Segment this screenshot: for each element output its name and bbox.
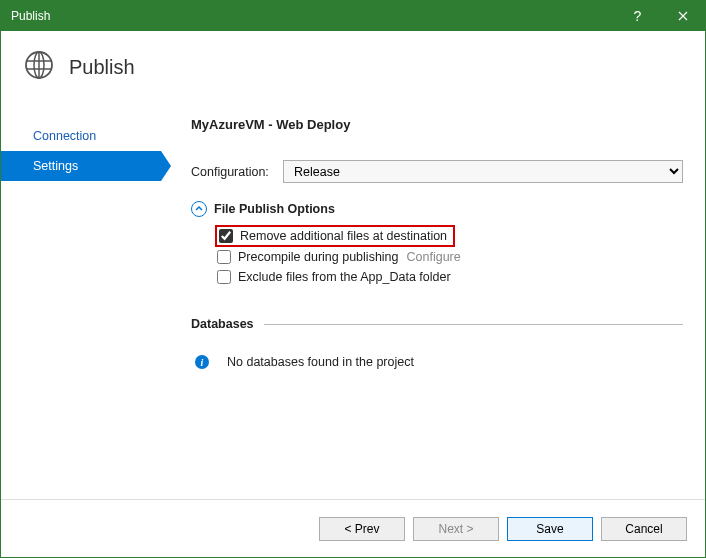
info-icon: i <box>195 355 209 369</box>
publish-dialog: Publish ? Publish Connection Settings <box>0 0 706 558</box>
sidebar-item-settings[interactable]: Settings <box>1 151 161 181</box>
save-button[interactable]: Save <box>507 517 593 541</box>
titlebar[interactable]: Publish ? <box>1 1 705 31</box>
checkbox-remove-additional[interactable] <box>219 229 233 243</box>
file-publish-options: Remove additional files at destination P… <box>191 225 683 287</box>
dialog-header: Publish <box>1 31 705 99</box>
page-title: MyAzureVM - Web Deploy <box>191 117 683 132</box>
option-precompile[interactable]: Precompile during publishing Configure <box>215 247 683 267</box>
configuration-label: Configuration: <box>191 165 283 179</box>
chevron-up-icon <box>195 205 203 213</box>
sidebar: Connection Settings <box>1 99 161 497</box>
option-label: Remove additional files at destination <box>240 229 447 243</box>
file-publish-options-header: File Publish Options <box>191 201 683 217</box>
prev-button[interactable]: < Prev <box>319 517 405 541</box>
help-button[interactable]: ? <box>615 1 660 31</box>
databases-header: Databases <box>191 317 683 331</box>
cancel-button[interactable]: Cancel <box>601 517 687 541</box>
configure-link[interactable]: Configure <box>407 250 461 264</box>
databases-message-row: i No databases found in the project <box>191 355 683 369</box>
publish-icon <box>23 49 55 85</box>
configuration-row: Configuration: Release <box>191 160 683 183</box>
option-label: Exclude files from the App_Data folder <box>238 270 451 284</box>
window-title: Publish <box>11 9 50 23</box>
option-remove-additional[interactable]: Remove additional files at destination <box>215 225 455 247</box>
sidebar-item-label: Settings <box>33 159 78 173</box>
checkbox-exclude-appdata[interactable] <box>217 270 231 284</box>
configuration-select[interactable]: Release <box>283 160 683 183</box>
sidebar-item-label: Connection <box>33 129 96 143</box>
close-icon <box>678 11 688 21</box>
databases-label: Databases <box>191 317 254 331</box>
databases-message: No databases found in the project <box>227 355 414 369</box>
dialog-footer: < Prev Next > Save Cancel <box>1 499 705 557</box>
sidebar-item-connection[interactable]: Connection <box>1 121 161 151</box>
content-panel: MyAzureVM - Web Deploy Configuration: Re… <box>161 99 705 497</box>
option-label: Precompile during publishing <box>238 250 399 264</box>
option-exclude-appdata[interactable]: Exclude files from the App_Data folder <box>215 267 683 287</box>
checkbox-precompile[interactable] <box>217 250 231 264</box>
divider <box>264 324 683 325</box>
collapse-toggle[interactable] <box>191 201 207 217</box>
file-publish-options-label: File Publish Options <box>214 202 335 216</box>
close-button[interactable] <box>660 1 705 31</box>
next-button[interactable]: Next > <box>413 517 499 541</box>
dialog-title: Publish <box>69 56 135 79</box>
